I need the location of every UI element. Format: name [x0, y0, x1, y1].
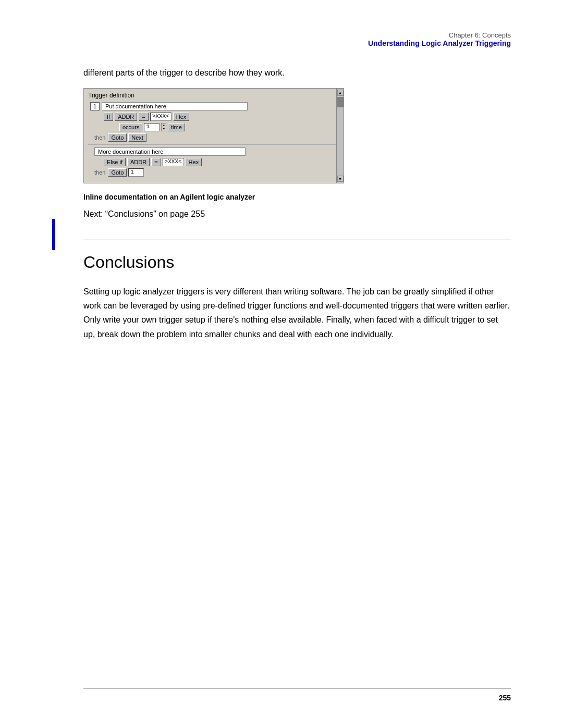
step2-goto-btn[interactable]: Goto [108, 168, 127, 177]
step1-row: 1 Put documentation here [88, 102, 339, 110]
step2-addr-btn[interactable]: ADDR [127, 158, 150, 166]
trigger-diagram: Trigger definition 1 Put documentation h… [83, 88, 344, 183]
scroll-down-icon[interactable]: ▼ [337, 176, 344, 182]
page-header: Chapter 6: Concepts Understanding Logic … [83, 31, 511, 47]
goto-btn[interactable]: Goto [108, 133, 127, 142]
step2-eq-btn[interactable]: = [151, 158, 161, 166]
if-row: If ADDR = >XXX< Hex [88, 113, 339, 121]
trigger-title-bar: Trigger definition [88, 92, 339, 99]
next-btn[interactable]: Next [128, 133, 146, 142]
then-label-2: then [94, 169, 105, 176]
trigger-diagram-container: Trigger definition 1 Put documentation h… [83, 88, 349, 183]
step2-doc-row: More documentation here [88, 147, 339, 156]
then-label: then [94, 134, 105, 141]
step2-val-input[interactable]: >XXX< [163, 158, 184, 166]
hex-btn[interactable]: Hex [173, 113, 190, 121]
chapter-subtitle: Understanding Logic Analyzer Triggering [83, 39, 511, 47]
scroll-up-icon[interactable]: ▲ [337, 90, 344, 96]
addr-btn[interactable]: ADDR [115, 113, 137, 121]
chapter-line: Chapter 6: Concepts [83, 31, 511, 39]
intro-text: different parts of the trigger to descri… [83, 68, 511, 78]
step2-doc-field: More documentation here [94, 147, 246, 156]
page-number: 255 [83, 694, 511, 702]
step2-val[interactable]: 1 [128, 168, 144, 177]
page-footer: 255 [0, 688, 563, 702]
then-row: then Goto Next [88, 133, 339, 142]
count-input[interactable]: 1 [144, 123, 160, 131]
conclusions-body: Setting up logic analyzer triggers is ve… [83, 285, 511, 341]
occurs-btn[interactable]: occurs [119, 123, 142, 131]
spinner-icon[interactable]: ▲ ▼ [161, 123, 166, 131]
if-btn[interactable]: If [104, 113, 113, 121]
conclusions-heading: Conclusions [83, 253, 511, 272]
step1-num: 1 [90, 102, 100, 110]
scrollbar[interactable]: ▲ ▼ [336, 89, 344, 183]
diagram-caption: Inline documentation on an Agilent logic… [83, 193, 511, 201]
next-reference: Next: “Conclusions” on page 255 [83, 209, 511, 219]
else-if-btn[interactable]: Else if [104, 158, 126, 166]
else-if-row: Else if ADDR = >XXX< Hex [88, 158, 339, 166]
occurs-row: occurs 1 ▲ ▼ time [88, 123, 339, 131]
step1-doc-field: Put documentation here [102, 102, 248, 110]
blue-accent-bar [52, 219, 55, 250]
time-btn[interactable]: time [168, 123, 185, 131]
scroll-thumb[interactable] [337, 97, 344, 107]
val-input[interactable]: >XXX< [150, 113, 172, 121]
step2-hex-btn[interactable]: Hex [186, 158, 202, 166]
then-row-2: then Goto 1 [88, 168, 339, 177]
section-divider-container [83, 240, 511, 240]
eq-btn[interactable]: = [139, 113, 148, 121]
diagram-separator [88, 144, 339, 145]
trigger-title-text: Trigger definition [88, 92, 134, 99]
page-container: Chapter 6: Concepts Understanding Logic … [0, 0, 563, 728]
section-rule [83, 240, 511, 240]
footer-rule [83, 688, 511, 688]
